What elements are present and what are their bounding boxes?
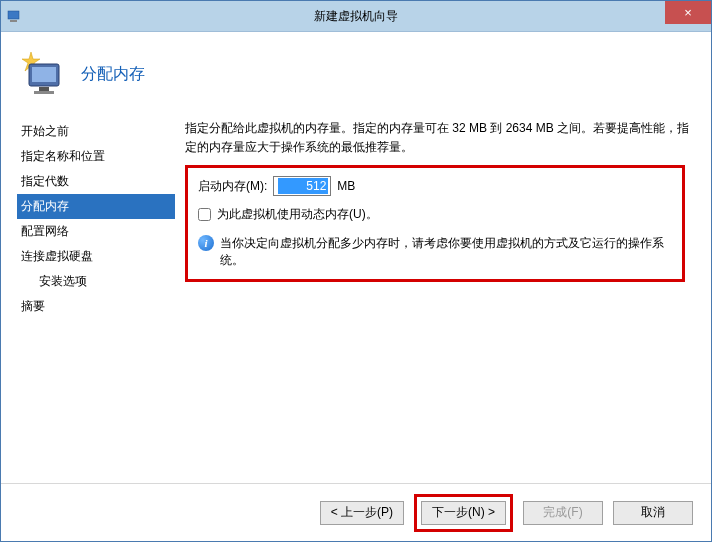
info-text: 当你决定向虚拟机分配多少内存时，请考虑你要使用虚拟机的方式及它运行的操作系统。 bbox=[220, 235, 672, 269]
description-text: 指定分配给此虚拟机的内存量。指定的内存量可在 32 MB 到 2634 MB 之… bbox=[185, 119, 695, 157]
window-title: 新建虚拟机向导 bbox=[314, 8, 398, 25]
startup-memory-label: 启动内存(M): bbox=[198, 178, 267, 195]
sidebar-item-network[interactable]: 配置网络 bbox=[17, 219, 175, 244]
svg-rect-4 bbox=[32, 67, 56, 82]
prev-button[interactable]: < 上一步(P) bbox=[320, 501, 404, 525]
info-row: i 当你决定向虚拟机分配多少内存时，请考虑你要使用虚拟机的方式及它运行的操作系统… bbox=[198, 235, 672, 269]
close-icon: × bbox=[684, 5, 692, 20]
app-icon bbox=[7, 8, 23, 24]
wizard-window: 新建虚拟机向导 × 分配内存 开始之前 指定名称和位置 指定代数 分配内存 配置… bbox=[0, 0, 712, 542]
wizard-header: 分配内存 bbox=[1, 32, 711, 106]
startup-memory-input[interactable]: 512 bbox=[273, 176, 331, 196]
finish-button: 完成(F) bbox=[523, 501, 603, 525]
memory-settings-highlight: 启动内存(M): 512 MB 为此虚拟机使用动态内存(U)。 i 当你决定向虚… bbox=[185, 165, 685, 282]
memory-unit-label: MB bbox=[337, 179, 355, 193]
wizard-footer: < 上一步(P) 下一步(N) > 完成(F) 取消 bbox=[1, 483, 711, 541]
next-button-highlight: 下一步(N) > bbox=[414, 494, 513, 532]
startup-memory-value: 512 bbox=[278, 178, 328, 194]
cancel-button[interactable]: 取消 bbox=[613, 501, 693, 525]
svg-rect-1 bbox=[10, 20, 17, 22]
sidebar-item-before-begin[interactable]: 开始之前 bbox=[17, 119, 175, 144]
svg-rect-6 bbox=[34, 91, 54, 94]
dynamic-memory-checkbox[interactable] bbox=[198, 208, 211, 221]
startup-memory-row: 启动内存(M): 512 MB bbox=[198, 176, 672, 196]
close-button[interactable]: × bbox=[665, 1, 711, 24]
sidebar-item-memory[interactable]: 分配内存 bbox=[17, 194, 175, 219]
dynamic-memory-label: 为此虚拟机使用动态内存(U)。 bbox=[217, 206, 378, 223]
wizard-header-icon bbox=[19, 50, 67, 98]
svg-rect-0 bbox=[8, 11, 19, 19]
info-icon: i bbox=[198, 235, 214, 251]
sidebar-item-generation[interactable]: 指定代数 bbox=[17, 169, 175, 194]
sidebar: 开始之前 指定名称和位置 指定代数 分配内存 配置网络 连接虚拟硬盘 安装选项 … bbox=[17, 115, 175, 483]
sidebar-item-summary[interactable]: 摘要 bbox=[17, 294, 175, 319]
content-panel: 指定分配给此虚拟机的内存量。指定的内存量可在 32 MB 到 2634 MB 之… bbox=[185, 115, 695, 483]
page-title: 分配内存 bbox=[81, 64, 145, 85]
sidebar-item-vhd[interactable]: 连接虚拟硬盘 bbox=[17, 244, 175, 269]
svg-rect-5 bbox=[39, 87, 49, 91]
wizard-body: 开始之前 指定名称和位置 指定代数 分配内存 配置网络 连接虚拟硬盘 安装选项 … bbox=[1, 107, 711, 483]
titlebar: 新建虚拟机向导 × bbox=[1, 1, 711, 32]
sidebar-item-name-location[interactable]: 指定名称和位置 bbox=[17, 144, 175, 169]
dynamic-memory-row: 为此虚拟机使用动态内存(U)。 bbox=[198, 206, 672, 223]
sidebar-item-install-options[interactable]: 安装选项 bbox=[17, 269, 175, 294]
next-button[interactable]: 下一步(N) > bbox=[421, 501, 506, 525]
